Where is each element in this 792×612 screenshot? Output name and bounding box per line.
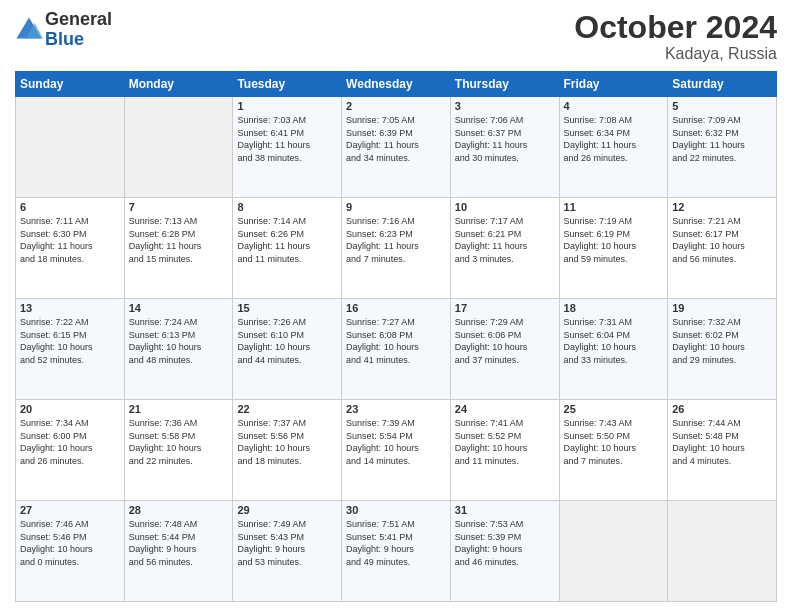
cell-content: Sunrise: 7:37 AM Sunset: 5:56 PM Dayligh… <box>237 417 337 467</box>
calendar-cell: 7Sunrise: 7:13 AM Sunset: 6:28 PM Daylig… <box>124 198 233 299</box>
cell-content: Sunrise: 7:26 AM Sunset: 6:10 PM Dayligh… <box>237 316 337 366</box>
calendar-cell: 17Sunrise: 7:29 AM Sunset: 6:06 PM Dayli… <box>450 299 559 400</box>
calendar-cell: 15Sunrise: 7:26 AM Sunset: 6:10 PM Dayli… <box>233 299 342 400</box>
cell-content: Sunrise: 7:39 AM Sunset: 5:54 PM Dayligh… <box>346 417 446 467</box>
cell-content: Sunrise: 7:06 AM Sunset: 6:37 PM Dayligh… <box>455 114 555 164</box>
calendar-cell: 4Sunrise: 7:08 AM Sunset: 6:34 PM Daylig… <box>559 97 668 198</box>
cell-content: Sunrise: 7:08 AM Sunset: 6:34 PM Dayligh… <box>564 114 664 164</box>
month-title: October 2024 <box>574 10 777 45</box>
day-number: 11 <box>564 201 664 213</box>
cell-content: Sunrise: 7:27 AM Sunset: 6:08 PM Dayligh… <box>346 316 446 366</box>
day-number: 20 <box>20 403 120 415</box>
title-area: October 2024 Kadaya, Russia <box>574 10 777 63</box>
calendar-cell: 5Sunrise: 7:09 AM Sunset: 6:32 PM Daylig… <box>668 97 777 198</box>
calendar-week-2: 6Sunrise: 7:11 AM Sunset: 6:30 PM Daylig… <box>16 198 777 299</box>
calendar-week-1: 1Sunrise: 7:03 AM Sunset: 6:41 PM Daylig… <box>16 97 777 198</box>
calendar-cell: 11Sunrise: 7:19 AM Sunset: 6:19 PM Dayli… <box>559 198 668 299</box>
day-number: 2 <box>346 100 446 112</box>
calendar-cell: 21Sunrise: 7:36 AM Sunset: 5:58 PM Dayli… <box>124 400 233 501</box>
calendar-cell: 19Sunrise: 7:32 AM Sunset: 6:02 PM Dayli… <box>668 299 777 400</box>
cell-content: Sunrise: 7:34 AM Sunset: 6:00 PM Dayligh… <box>20 417 120 467</box>
cell-content: Sunrise: 7:14 AM Sunset: 6:26 PM Dayligh… <box>237 215 337 265</box>
day-number: 16 <box>346 302 446 314</box>
calendar-cell: 25Sunrise: 7:43 AM Sunset: 5:50 PM Dayli… <box>559 400 668 501</box>
page: General Blue October 2024 Kadaya, Russia… <box>0 0 792 612</box>
header-monday: Monday <box>124 72 233 97</box>
day-number: 31 <box>455 504 555 516</box>
logo: General Blue <box>15 10 112 50</box>
calendar-cell: 2Sunrise: 7:05 AM Sunset: 6:39 PM Daylig… <box>342 97 451 198</box>
calendar-header: Sunday Monday Tuesday Wednesday Thursday… <box>16 72 777 97</box>
header-saturday: Saturday <box>668 72 777 97</box>
calendar-cell: 23Sunrise: 7:39 AM Sunset: 5:54 PM Dayli… <box>342 400 451 501</box>
day-number: 13 <box>20 302 120 314</box>
calendar-cell: 26Sunrise: 7:44 AM Sunset: 5:48 PM Dayli… <box>668 400 777 501</box>
calendar-cell: 16Sunrise: 7:27 AM Sunset: 6:08 PM Dayli… <box>342 299 451 400</box>
day-number: 8 <box>237 201 337 213</box>
calendar-body: 1Sunrise: 7:03 AM Sunset: 6:41 PM Daylig… <box>16 97 777 602</box>
cell-content: Sunrise: 7:03 AM Sunset: 6:41 PM Dayligh… <box>237 114 337 164</box>
day-number: 22 <box>237 403 337 415</box>
cell-content: Sunrise: 7:09 AM Sunset: 6:32 PM Dayligh… <box>672 114 772 164</box>
calendar-cell <box>559 501 668 602</box>
cell-content: Sunrise: 7:49 AM Sunset: 5:43 PM Dayligh… <box>237 518 337 568</box>
cell-content: Sunrise: 7:48 AM Sunset: 5:44 PM Dayligh… <box>129 518 229 568</box>
cell-content: Sunrise: 7:32 AM Sunset: 6:02 PM Dayligh… <box>672 316 772 366</box>
cell-content: Sunrise: 7:41 AM Sunset: 5:52 PM Dayligh… <box>455 417 555 467</box>
cell-content: Sunrise: 7:21 AM Sunset: 6:17 PM Dayligh… <box>672 215 772 265</box>
calendar-cell: 10Sunrise: 7:17 AM Sunset: 6:21 PM Dayli… <box>450 198 559 299</box>
calendar-cell: 18Sunrise: 7:31 AM Sunset: 6:04 PM Dayli… <box>559 299 668 400</box>
header-wednesday: Wednesday <box>342 72 451 97</box>
day-number: 15 <box>237 302 337 314</box>
day-number: 23 <box>346 403 446 415</box>
calendar-cell: 3Sunrise: 7:06 AM Sunset: 6:37 PM Daylig… <box>450 97 559 198</box>
day-number: 25 <box>564 403 664 415</box>
cell-content: Sunrise: 7:19 AM Sunset: 6:19 PM Dayligh… <box>564 215 664 265</box>
day-number: 3 <box>455 100 555 112</box>
cell-content: Sunrise: 7:43 AM Sunset: 5:50 PM Dayligh… <box>564 417 664 467</box>
calendar-cell: 14Sunrise: 7:24 AM Sunset: 6:13 PM Dayli… <box>124 299 233 400</box>
day-number: 9 <box>346 201 446 213</box>
cell-content: Sunrise: 7:36 AM Sunset: 5:58 PM Dayligh… <box>129 417 229 467</box>
day-number: 29 <box>237 504 337 516</box>
day-number: 1 <box>237 100 337 112</box>
calendar-cell: 29Sunrise: 7:49 AM Sunset: 5:43 PM Dayli… <box>233 501 342 602</box>
cell-content: Sunrise: 7:05 AM Sunset: 6:39 PM Dayligh… <box>346 114 446 164</box>
calendar-week-5: 27Sunrise: 7:46 AM Sunset: 5:46 PM Dayli… <box>16 501 777 602</box>
day-number: 10 <box>455 201 555 213</box>
day-number: 18 <box>564 302 664 314</box>
header-thursday: Thursday <box>450 72 559 97</box>
day-number: 30 <box>346 504 446 516</box>
cell-content: Sunrise: 7:11 AM Sunset: 6:30 PM Dayligh… <box>20 215 120 265</box>
calendar-cell: 31Sunrise: 7:53 AM Sunset: 5:39 PM Dayli… <box>450 501 559 602</box>
calendar-cell <box>124 97 233 198</box>
day-number: 14 <box>129 302 229 314</box>
logo-icon <box>15 16 43 44</box>
calendar-cell: 30Sunrise: 7:51 AM Sunset: 5:41 PM Dayli… <box>342 501 451 602</box>
calendar-cell <box>668 501 777 602</box>
day-number: 5 <box>672 100 772 112</box>
calendar-cell: 6Sunrise: 7:11 AM Sunset: 6:30 PM Daylig… <box>16 198 125 299</box>
cell-content: Sunrise: 7:29 AM Sunset: 6:06 PM Dayligh… <box>455 316 555 366</box>
cell-content: Sunrise: 7:46 AM Sunset: 5:46 PM Dayligh… <box>20 518 120 568</box>
calendar-cell: 24Sunrise: 7:41 AM Sunset: 5:52 PM Dayli… <box>450 400 559 501</box>
calendar-cell: 20Sunrise: 7:34 AM Sunset: 6:00 PM Dayli… <box>16 400 125 501</box>
calendar-cell: 22Sunrise: 7:37 AM Sunset: 5:56 PM Dayli… <box>233 400 342 501</box>
cell-content: Sunrise: 7:13 AM Sunset: 6:28 PM Dayligh… <box>129 215 229 265</box>
day-number: 17 <box>455 302 555 314</box>
header-row: Sunday Monday Tuesday Wednesday Thursday… <box>16 72 777 97</box>
location: Kadaya, Russia <box>574 45 777 63</box>
day-number: 19 <box>672 302 772 314</box>
header-tuesday: Tuesday <box>233 72 342 97</box>
logo-text: General Blue <box>45 10 112 50</box>
day-number: 28 <box>129 504 229 516</box>
header-sunday: Sunday <box>16 72 125 97</box>
day-number: 27 <box>20 504 120 516</box>
cell-content: Sunrise: 7:51 AM Sunset: 5:41 PM Dayligh… <box>346 518 446 568</box>
calendar-cell: 27Sunrise: 7:46 AM Sunset: 5:46 PM Dayli… <box>16 501 125 602</box>
cell-content: Sunrise: 7:22 AM Sunset: 6:15 PM Dayligh… <box>20 316 120 366</box>
cell-content: Sunrise: 7:44 AM Sunset: 5:48 PM Dayligh… <box>672 417 772 467</box>
calendar-week-3: 13Sunrise: 7:22 AM Sunset: 6:15 PM Dayli… <box>16 299 777 400</box>
logo-blue: Blue <box>45 30 112 50</box>
calendar-cell: 28Sunrise: 7:48 AM Sunset: 5:44 PM Dayli… <box>124 501 233 602</box>
